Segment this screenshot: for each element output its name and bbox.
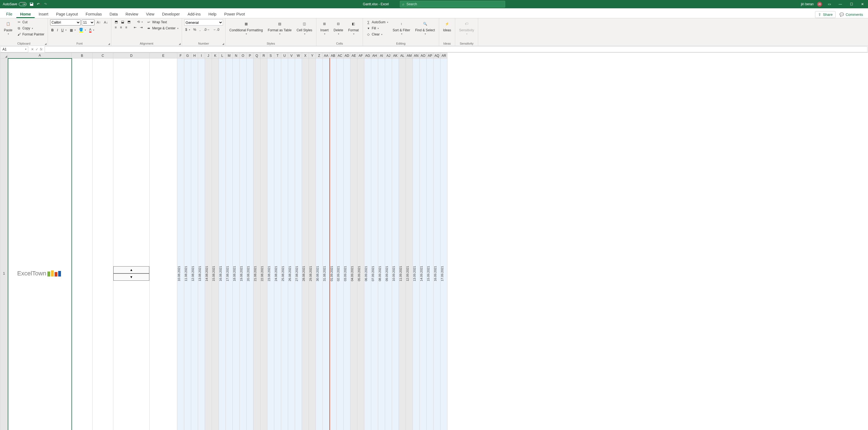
accept-formula-icon[interactable]: ✓ [35,48,38,51]
date-header-cell[interactable]: 06.09.2021 [364,58,371,430]
date-header-cell[interactable]: 19.08.2021 [240,58,247,430]
delete-cells-button[interactable]: ⊟Delete▾ [332,20,345,36]
column-header[interactable]: AR [440,53,447,58]
date-header-cell[interactable]: 11.09.2021 [399,58,406,430]
date-header-cell[interactable]: 27.08.2021 [295,58,302,430]
align-left-icon[interactable]: ≡ [114,25,118,30]
column-header[interactable]: O [240,53,247,58]
column-header[interactable]: G [184,53,191,58]
column-header[interactable]: AH [371,53,378,58]
tab-help[interactable]: Help [205,10,220,18]
date-header-cell[interactable]: 02.09.2021 [337,58,344,430]
column-header[interactable]: I [198,53,205,58]
date-header-cell[interactable]: 11.08.2021 [184,58,191,430]
column-header[interactable]: T [274,53,281,58]
tab-page-layout[interactable]: Page Layout [52,10,82,18]
merge-center-button[interactable]: ⬌Merge & Center▾ [146,26,180,31]
tab-power-pivot[interactable]: Power Pivot [220,10,249,18]
date-header-cell[interactable]: 23.08.2021 [267,58,274,430]
column-header[interactable]: X [302,53,309,58]
fill-button[interactable]: ▾Fill▾ [365,26,389,31]
formula-bar[interactable] [44,46,867,52]
decrease-decimal-icon[interactable]: ←.0 [212,27,220,32]
paste-button[interactable]: 📋 Paste▾ [2,20,14,36]
row-header[interactable]: 1 [0,58,8,430]
column-header[interactable]: AF [358,53,364,58]
column-header[interactable]: AL [399,53,406,58]
tab-insert[interactable]: Insert [35,10,52,18]
date-header-cell[interactable]: 25.08.2021 [281,58,288,430]
column-header[interactable]: F [177,53,184,58]
dialog-launcher-clipboard[interactable]: ◢ [44,42,46,45]
spinner-up-button[interactable]: ▲ [113,266,149,273]
date-header-cell[interactable]: 30.08.2021 [316,58,323,430]
borders-button[interactable]: ▦▾ [69,28,77,33]
comments-button[interactable]: 💬Comments [837,11,866,18]
align-top-icon[interactable]: ⬒ [114,20,119,24]
date-header-cell[interactable]: 09.09.2021 [385,58,392,430]
spinner-down-button[interactable]: ▼ [113,273,149,281]
column-header[interactable]: AI [378,53,385,58]
tab-view[interactable]: View [142,10,158,18]
align-bottom-icon[interactable]: ⬒ [126,20,132,24]
align-middle-icon[interactable]: ⬓ [120,20,125,24]
find-select-button[interactable]: 🔍Find & Select▾ [414,20,437,36]
percent-format-icon[interactable]: % [192,27,197,32]
column-header[interactable]: Q [253,53,260,58]
copy-button[interactable]: ⧉Copy▾ [16,26,45,31]
column-header[interactable]: M [226,53,233,58]
autosave-toggle[interactable]: AutoSave Off [3,2,27,6]
column-header[interactable]: AP [427,53,434,58]
column-header[interactable]: AM [406,53,413,58]
column-header[interactable]: A [8,53,72,58]
increase-font-icon[interactable]: A↑ [96,20,102,25]
tab-addins[interactable]: Add-ins [184,10,205,18]
column-header[interactable]: V [288,53,295,58]
column-header[interactable]: AO [420,53,427,58]
column-header[interactable]: R [260,53,267,58]
cell-styles-button[interactable]: ◫Cell Styles▾ [295,20,314,36]
column-header[interactable]: D [113,53,150,58]
date-header-cell[interactable]: 21.08.2021 [253,58,260,430]
column-header[interactable]: P [247,53,253,58]
italic-button[interactable]: I [56,28,59,33]
tab-file[interactable]: File [2,10,17,18]
comma-format-icon[interactable]: , [198,27,202,32]
format-as-table-button[interactable]: ▤Format as Table▾ [266,20,293,36]
insert-cells-button[interactable]: ⊞Insert▾ [319,20,330,36]
date-header-cell[interactable]: 10.09.2021 [392,58,399,430]
date-header-cell[interactable]: 17.09.2021 [440,58,447,430]
increase-decimal-icon[interactable]: .0→ [203,27,211,32]
decrease-indent-icon[interactable]: ⇤ [133,25,138,30]
worksheet[interactable]: ABCDEFGHIJKLMNOPQRSTUVWXYZAAABACADAEAFAG… [0,53,868,430]
column-header[interactable]: AB [330,53,337,58]
tab-developer[interactable]: Developer [158,10,184,18]
column-header[interactable]: AN [413,53,420,58]
tab-home[interactable]: Home [17,10,35,18]
date-header-cell[interactable]: 05.09.2021 [358,58,364,430]
column-header[interactable]: AG [364,53,371,58]
column-header[interactable]: AK [392,53,399,58]
sensitivity-button[interactable]: 🏷Sensitivity▾ [457,20,476,36]
date-header-cell[interactable]: 04.09.2021 [350,58,358,430]
name-box[interactable]: A1▾ [1,46,28,52]
date-header-cell[interactable]: 15.09.2021 [427,58,434,430]
date-header-cell[interactable]: 31.08.2021 [323,58,330,430]
user-name[interactable]: jiri beran [801,2,814,6]
increase-indent-icon[interactable]: ⇥ [139,25,144,30]
wrap-text-button[interactable]: ↩Wrap Text [146,20,180,25]
column-header[interactable]: AA [323,53,330,58]
tab-review[interactable]: Review [122,10,142,18]
select-all-button[interactable] [0,53,8,58]
column-header[interactable]: N [233,53,240,58]
tab-formulas[interactable]: Formulas [82,10,105,18]
date-header-cell[interactable]: 13.09.2021 [413,58,420,430]
date-header-cell[interactable]: 03.09.2021 [344,58,350,430]
align-center-icon[interactable]: ≡ [119,25,123,30]
autosum-button[interactable]: ∑AutoSum▾ [365,20,389,25]
clear-button[interactable]: ◇Clear▾ [365,32,389,37]
date-header-cell[interactable]: 16.08.2021 [219,58,226,430]
date-header-cell[interactable]: 12.08.2021 [191,58,198,430]
date-header-cell[interactable]: 10.08.2021 [177,58,184,430]
date-header-cell[interactable]: 13.08.2021 [198,58,205,430]
